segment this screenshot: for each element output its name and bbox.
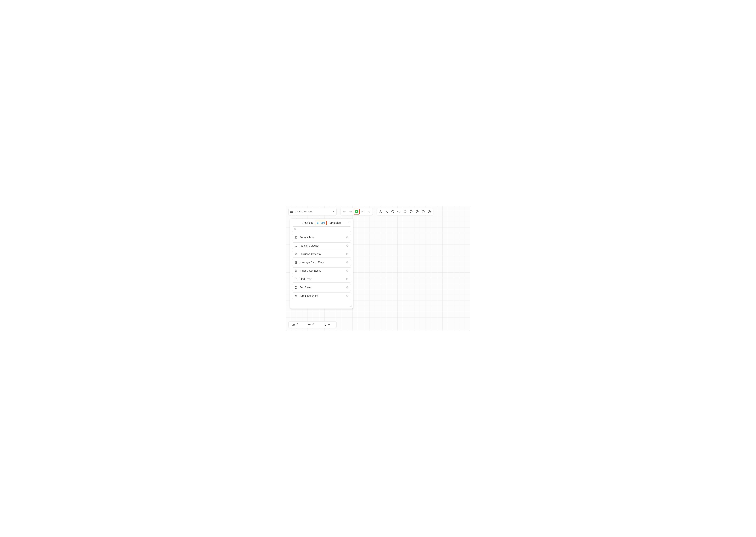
select-area-button[interactable] [420,209,426,215]
status-bar: 0 0 0 [289,321,336,328]
element-label: Exclusive Gateway [299,253,344,256]
svg-rect-9 [410,211,412,212]
copy-button[interactable] [360,209,366,215]
info-icon[interactable] [346,236,349,239]
terminate-event-icon [294,294,297,298]
element-timer-catch-event[interactable]: Timer Catch Event [292,268,351,274]
process-info-button[interactable]: P [414,209,420,215]
commands-button[interactable] [383,209,390,215]
status-commands[interactable]: 0 [324,323,330,326]
chevron-down-icon[interactable] [332,210,335,213]
info-icon[interactable] [346,294,349,297]
element-end-event[interactable]: End Event [292,284,351,291]
svg-point-49 [295,286,297,288]
tab-templates[interactable]: Templates [327,221,342,225]
status-activities-count: 0 [296,323,298,326]
svg-rect-28 [295,253,297,255]
element-service-task[interactable]: Service Task [292,234,351,241]
svg-point-6 [380,211,381,211]
element-label: End Event [299,286,344,289]
delete-button[interactable] [366,209,372,215]
svg-point-60 [351,306,352,306]
start-event-icon [294,277,297,281]
svg-point-63 [351,305,352,306]
element-message-catch-event[interactable]: Message Catch Event [292,259,351,266]
element-label: Parallel Gateway [299,244,344,247]
element-parallel-gateway[interactable]: Parallel Gateway [292,242,351,249]
end-event-icon [294,286,297,289]
svg-line-16 [296,229,296,230]
status-transitions-count: 0 [312,323,314,326]
parallel-gateway-icon [294,244,297,247]
scheme-title: Untitled scheme [295,210,313,213]
svg-rect-17 [295,236,297,238]
element-terminate-event[interactable]: Terminate Event [292,293,351,299]
activity-count-icon [292,323,295,326]
element-label: Message Catch Event [299,261,344,264]
edit-toolbar: + [340,208,373,215]
search-field[interactable] [298,228,349,230]
undo-button[interactable] [341,209,347,215]
search-icon [294,228,296,230]
info-icon[interactable] [346,269,349,272]
panel-tabs: Activities BPMN Templates [292,220,351,227]
svg-point-54 [295,295,296,296]
svg-point-41 [296,270,296,271]
top-toolbars: Untitled scheme + [289,208,433,215]
status-commands-count: 0 [329,323,330,326]
svg-point-40 [295,270,297,271]
transition-count-icon [308,323,311,326]
info-icon[interactable] [346,253,349,256]
svg-point-59 [351,307,351,307]
code-actions-button[interactable] [396,209,402,215]
timers-button[interactable] [390,209,396,215]
redo-button[interactable] [347,209,354,215]
info-icon[interactable] [346,278,349,281]
timer-catch-icon [294,269,297,272]
svg-point-61 [350,307,351,307]
svg-rect-12 [422,211,424,213]
svg-point-58 [351,307,352,307]
comments-button[interactable] [408,209,414,215]
svg-point-45 [295,278,297,280]
menu-icon[interactable] [290,210,293,213]
svg-point-18 [295,237,296,237]
info-icon[interactable] [346,261,349,264]
close-icon[interactable] [347,221,351,224]
status-activities[interactable]: 0 [292,323,298,326]
status-transitions[interactable]: 0 [308,323,314,326]
element-exclusive-gateway[interactable]: Exclusive Gateway [292,251,351,258]
elements-panel: Activities BPMN Templates Service Task [290,219,353,309]
info-icon[interactable] [346,286,349,289]
service-task-icon [294,236,297,239]
tools-toolbar: P [377,208,433,215]
elements-list: Service Task Parallel Gateway Exclusive … [292,234,351,299]
svg-rect-29 [295,253,296,255]
tab-bpmn[interactable]: BPMN [315,221,327,225]
element-label: Service Task [299,236,344,239]
message-catch-icon [294,261,297,264]
command-count-icon [324,323,327,326]
svg-text:P: P [417,211,418,212]
info-icon[interactable] [346,244,349,247]
canvas[interactable]: Untitled scheme + [286,206,470,331]
history-button[interactable] [426,209,432,215]
parameters-button[interactable] [402,209,408,215]
svg-point-62 [351,306,351,306]
svg-point-15 [294,228,296,230]
resize-handle-icon[interactable] [350,305,352,308]
add-element-button[interactable]: + [354,209,360,215]
exclusive-gateway-icon [294,253,297,256]
search-input[interactable] [292,227,351,232]
plus-icon: + [355,210,358,213]
scheme-selector: Untitled scheme [289,208,336,215]
tab-activities[interactable]: Activities [301,221,315,225]
element-start-event[interactable]: Start Event [292,276,351,282]
element-label: Terminate Event [299,294,344,297]
element-label: Start Event [299,278,344,281]
actors-button[interactable] [378,209,383,215]
element-label: Timer Catch Event [299,269,344,272]
